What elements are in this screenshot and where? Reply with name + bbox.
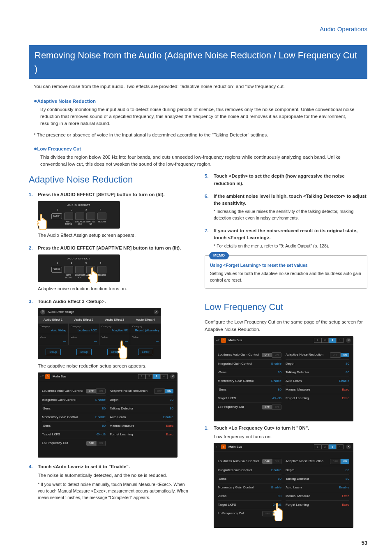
- screen-tab[interactable]: 1: [138, 374, 145, 379]
- home-icon[interactable]: ⌂: [221, 444, 226, 449]
- toggle[interactable]: OFFON: [262, 459, 281, 464]
- screen-row[interactable]: -Sens80: [218, 386, 281, 394]
- assign-setup-btn[interactable]: Setup: [138, 349, 153, 356]
- assign-cat-row: CategoryAuto MixingCategoryLoudness AGCC…: [38, 324, 161, 335]
- screen-row[interactable]: Forget LearningExec: [286, 394, 349, 402]
- screen-row[interactable]: Adaptive Noise ReductionOFFON: [286, 457, 349, 466]
- screen-tab[interactable]: 1: [314, 338, 321, 343]
- close-icon[interactable]: ✕: [346, 338, 351, 343]
- hw-setup-btn[interactable]: SETUP: [51, 267, 62, 273]
- screen-tab[interactable]: 4: [336, 338, 344, 343]
- screen-row[interactable]: -Sens80: [218, 368, 281, 377]
- hw-btn-2[interactable]: [75, 266, 84, 273]
- hw-btn-1[interactable]: [64, 266, 73, 273]
- screen-tab[interactable]: 2: [321, 338, 329, 343]
- screen-row[interactable]: Momentary Gain ControlEnable: [218, 377, 281, 386]
- screen-tab[interactable]: 2: [145, 374, 153, 379]
- screen-tab[interactable]: 4: [160, 374, 168, 379]
- toggle[interactable]: OFFON: [154, 388, 173, 394]
- assign-title: Audio Effect Assign: [48, 310, 74, 314]
- intro-text: You can remove noise from the input audi…: [34, 83, 362, 90]
- close-icon[interactable]: ✕: [170, 374, 175, 379]
- step-3: 3. Touch Audio Effect 3 <Setup>. ⚙ Audio…: [29, 298, 191, 457]
- step-3-head: Touch Audio Effect 3 <Setup>.: [38, 298, 191, 305]
- hw-btn-1[interactable]: [64, 213, 73, 220]
- screen-row[interactable]: Manual MeasureExec: [110, 422, 173, 430]
- screen-row[interactable]: Lo Frequency CutOFFON: [218, 403, 281, 412]
- toggle[interactable]: OFFON: [330, 459, 349, 464]
- screen-row[interactable]: Target LKFS-24 dB: [218, 394, 281, 403]
- back-icon[interactable]: ⮐: [40, 374, 44, 379]
- screen-row[interactable]: -Sens80: [42, 422, 106, 430]
- screen-row[interactable]: Momentary Gain ControlEnable: [42, 413, 106, 422]
- page-title: Removing Noise from the Audio (Adaptive …: [29, 45, 367, 79]
- screen-row[interactable]: Loudness Auto Gain ControlOFFON: [218, 457, 281, 466]
- screen-row[interactable]: Adaptive Noise ReductionOFFON: [286, 351, 349, 360]
- screen-row[interactable]: Depth80: [286, 360, 349, 368]
- hw-subs: AUTO MIXINGLOUDNESS AGCADAPTIVE NRREVERB: [42, 221, 116, 227]
- toggle[interactable]: OFFON: [330, 352, 349, 358]
- hw-btn-4[interactable]: [97, 213, 106, 220]
- screen-row[interactable]: Loudness Auto Gain ControlOFFON: [218, 351, 281, 360]
- step-2-head: Press the AUDIO EFFECT [ADAPTIVE NR] but…: [38, 245, 191, 252]
- screen-tab[interactable]: 3: [329, 444, 336, 449]
- assign-screen: ⚙ Audio Effect Assign ✕ Audio Effect 1Au…: [38, 308, 161, 360]
- screen-lfc-2: ⮐⌂Main Bus1234✕Loudness Auto Gain Contro…: [214, 443, 353, 528]
- hw-btn-3[interactable]: [86, 213, 95, 220]
- back-icon[interactable]: ⮐: [216, 338, 219, 343]
- screen-row[interactable]: Auto LearnEnable: [286, 483, 349, 492]
- screen-row[interactable]: Auto LearnEnable: [110, 413, 173, 422]
- screen-tab[interactable]: 3: [329, 338, 336, 343]
- back-icon[interactable]: ⮐: [216, 444, 219, 449]
- home-icon[interactable]: ⌂: [221, 338, 226, 343]
- adaptive-body: By continuously monitoring the input aud…: [40, 106, 362, 127]
- screen-row[interactable]: Adaptive Noise ReductionOFFON: [110, 387, 173, 396]
- screen-row[interactable]: Talking Detector80: [110, 405, 173, 413]
- step-6-star: Increasing the value raises the sensitiv…: [214, 208, 367, 222]
- screen-tab[interactable]: 4: [336, 444, 344, 449]
- screen-tab[interactable]: 1: [314, 444, 321, 449]
- screen-row[interactable]: Forget LearningExec: [110, 430, 173, 439]
- assign-setup-btn[interactable]: Setup: [76, 349, 91, 356]
- screen-row[interactable]: Integrated Gain ControlEnable: [42, 396, 106, 405]
- screen-row[interactable]: -Sens80: [218, 492, 281, 501]
- lfc-step-1-body: Low frequency cut turns on.: [214, 433, 367, 440]
- screen-row[interactable]: Integrated Gain ControlEnable: [218, 360, 281, 368]
- step-4-head: Touch <Auto Learn> to set it to "Enable"…: [38, 463, 191, 470]
- assign-val-row: Value—Value—Value—Value—: [38, 334, 161, 345]
- screen-row[interactable]: -Sens80: [42, 405, 106, 413]
- adaptive-heading: ●Adaptive Noise Reduction: [34, 97, 362, 105]
- toggle[interactable]: OFFON: [86, 441, 106, 446]
- adaptive-star: The presence or absence of voice in the …: [34, 132, 362, 139]
- screen-row[interactable]: Lo Frequency CutOFFON: [42, 439, 106, 448]
- hw-btn-2[interactable]: [75, 213, 84, 220]
- close-icon[interactable]: ✕: [346, 444, 351, 449]
- close-icon[interactable]: ✕: [154, 310, 159, 314]
- lowfreq-body: This divides the region below 200 Hz int…: [40, 154, 362, 168]
- hw-setup-btn[interactable]: SETUP: [51, 213, 62, 219]
- screen-row[interactable]: Manual MeasureExec: [286, 492, 349, 501]
- hw-btn-4[interactable]: [97, 266, 106, 273]
- screen-row[interactable]: Momentary Gain ControlEnable: [218, 483, 281, 492]
- toggle[interactable]: OFFON: [262, 352, 281, 358]
- assign-setup-btn[interactable]: Setup: [46, 349, 60, 356]
- screen-row[interactable]: Target LKFS-24 dB: [42, 430, 106, 439]
- screen-row[interactable]: Integrated Gain ControlEnable: [218, 466, 281, 475]
- screen-row[interactable]: Loudness Auto Gain ControlOFFON: [42, 387, 106, 396]
- screen-row[interactable]: Talking Detector80: [286, 475, 349, 483]
- screen-row[interactable]: Depth80: [286, 466, 349, 475]
- screen-row[interactable]: -Sens80: [218, 475, 281, 483]
- toggle[interactable]: OFFON: [262, 405, 281, 410]
- screen-row[interactable]: Forget LearningExec: [286, 501, 349, 509]
- home-icon[interactable]: ⌂: [45, 374, 50, 379]
- step-5: 5. Touch <Depth> to set the depth (how a…: [205, 173, 367, 187]
- toggle[interactable]: OFFON: [86, 388, 106, 394]
- screen-tab[interactable]: 2: [321, 444, 329, 449]
- screen-row[interactable]: Depth80: [110, 396, 173, 405]
- right-column: 5. Touch <Depth> to set the depth (how a…: [205, 173, 367, 534]
- screen-row[interactable]: Talking Detector80: [286, 368, 349, 377]
- screen-tab[interactable]: 3: [153, 374, 160, 379]
- screen-row[interactable]: Manual MeasureExec: [286, 386, 349, 394]
- screen-row[interactable]: Auto LearnEnable: [286, 377, 349, 386]
- memo-box: MEMO Using <Forget Learning> to reset th…: [205, 255, 367, 289]
